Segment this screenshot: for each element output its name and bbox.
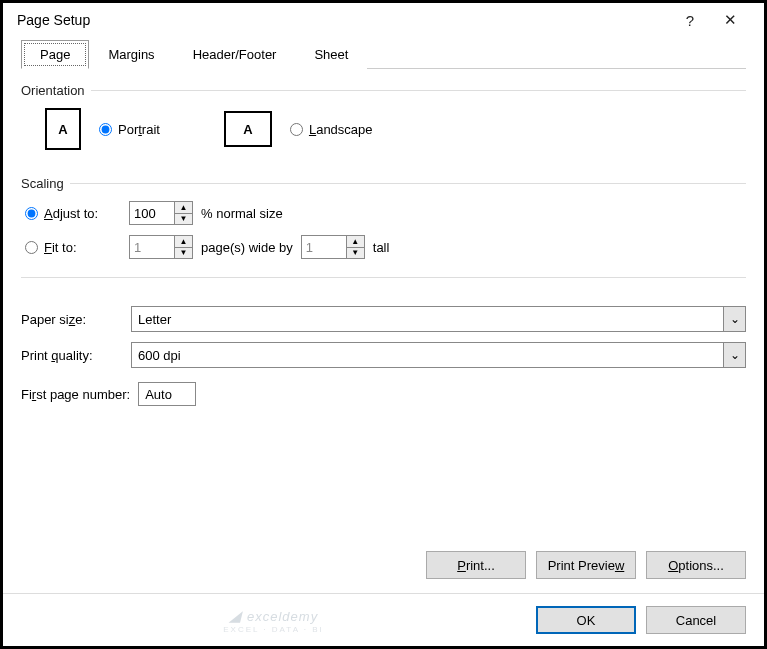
adjust-to-input[interactable]	[130, 202, 174, 224]
landscape-radio[interactable]: Landscape	[290, 122, 373, 137]
paper-size-input[interactable]	[132, 307, 723, 331]
adjust-to-radio[interactable]: Adjust to:	[25, 206, 121, 221]
paper-size-combo[interactable]: ⌄	[131, 306, 746, 332]
adjust-to-radio-input[interactable]	[25, 207, 38, 220]
portrait-radio[interactable]: Portrait	[99, 122, 160, 137]
title-bar: Page Setup ? ✕	[3, 3, 764, 35]
spinner-up-icon[interactable]: ▲	[347, 236, 364, 248]
fit-tall-spinner[interactable]: ▲▼	[301, 235, 365, 259]
print-button[interactable]: Print...	[426, 551, 526, 579]
portrait-radio-input[interactable]	[99, 123, 112, 136]
icon-glyph: A	[58, 122, 67, 137]
fit-wide-spinner[interactable]: ▲▼	[129, 235, 193, 259]
spinner-up-icon[interactable]: ▲	[175, 202, 192, 214]
print-preview-button[interactable]: Print Preview	[536, 551, 636, 579]
scaling-label: Scaling	[21, 176, 746, 191]
watermark-text: exceldemy	[247, 609, 318, 624]
icon-glyph: A	[243, 122, 252, 137]
page-setup-dialog: Page Setup ? ✕ Page Margins Header/Foote…	[0, 0, 767, 649]
tab-page[interactable]: Page	[21, 40, 89, 69]
watermark-subtext: EXCEL · DATA · BI	[21, 625, 526, 634]
orientation-label: Orientation	[21, 83, 746, 98]
first-page-input[interactable]	[138, 382, 196, 406]
watermark: ◢ exceldemy EXCEL · DATA · BI	[21, 607, 526, 634]
scaling-group: Scaling Adjust to: ▲▼ % normal size Fit …	[21, 176, 746, 259]
tab-margins[interactable]: Margins	[89, 40, 173, 69]
separator	[21, 277, 746, 278]
paper-size-row: Paper size: ⌄	[21, 306, 746, 332]
window-title: Page Setup	[17, 12, 670, 28]
ok-button[interactable]: OK	[536, 606, 636, 634]
adjust-to-spinner[interactable]: ▲▼	[129, 201, 193, 225]
options-button[interactable]: Options...	[646, 551, 746, 579]
fit-tall-suffix: tall	[373, 240, 390, 255]
orientation-group: Orientation A Portrait A Landscape	[21, 83, 746, 150]
fit-tall-input[interactable]	[302, 236, 346, 258]
chevron-down-icon[interactable]: ⌄	[723, 307, 745, 331]
fit-to-radio[interactable]: Fit to:	[25, 240, 121, 255]
action-button-row: Print... Print Preview Options...	[21, 551, 746, 593]
spinner-down-icon[interactable]: ▼	[175, 248, 192, 259]
portrait-page-icon: A	[45, 108, 81, 150]
print-quality-input[interactable]	[132, 343, 723, 367]
first-page-row: First page number:	[21, 382, 746, 406]
chevron-down-icon[interactable]: ⌄	[723, 343, 745, 367]
close-icon[interactable]: ✕	[710, 11, 750, 29]
fit-to-radio-input[interactable]	[25, 241, 38, 254]
tab-strip: Page Margins Header/Footer Sheet	[21, 39, 746, 69]
fit-mid-label: page(s) wide by	[201, 240, 293, 255]
adjust-suffix: % normal size	[201, 206, 283, 221]
spinner-down-icon[interactable]: ▼	[175, 214, 192, 225]
fit-wide-input[interactable]	[130, 236, 174, 258]
cancel-button[interactable]: Cancel	[646, 606, 746, 634]
tab-sheet[interactable]: Sheet	[295, 40, 367, 69]
print-quality-combo[interactable]: ⌄	[131, 342, 746, 368]
tab-header-footer[interactable]: Header/Footer	[174, 40, 296, 69]
landscape-page-icon: A	[224, 111, 272, 147]
print-quality-row: Print quality: ⌄	[21, 342, 746, 368]
dialog-footer: ◢ exceldemy EXCEL · DATA · BI OK Cancel	[3, 593, 764, 646]
landscape-radio-input[interactable]	[290, 123, 303, 136]
spinner-down-icon[interactable]: ▼	[347, 248, 364, 259]
dialog-content: Page Margins Header/Footer Sheet Orienta…	[3, 35, 764, 593]
spinner-up-icon[interactable]: ▲	[175, 236, 192, 248]
help-icon[interactable]: ?	[670, 12, 710, 29]
